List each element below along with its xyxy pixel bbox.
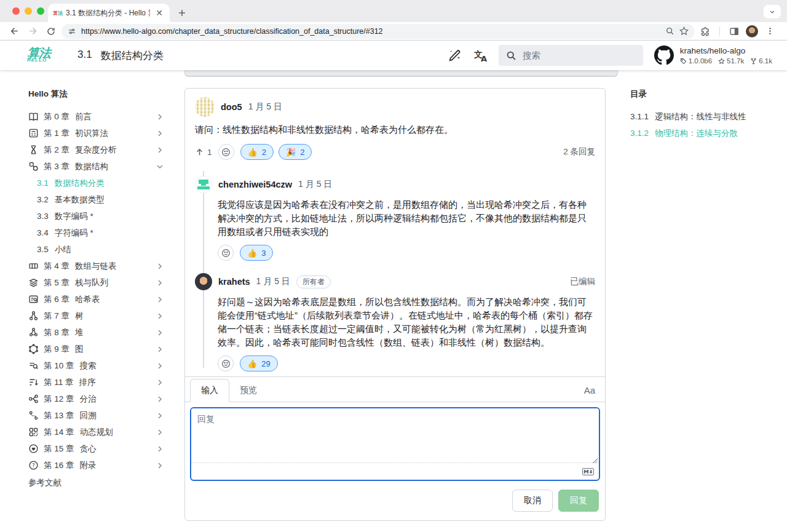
sidebar-item-3-4[interactable]: 3.4字符编码 * xyxy=(28,224,184,241)
comment-author[interactable]: chenzhiwei54czw xyxy=(218,180,292,189)
extensions-icon[interactable] xyxy=(697,23,713,39)
sidebar-item-chapter-2[interactable]: 第 2 章复杂度分析 xyxy=(28,141,184,158)
chevron-right-icon[interactable] xyxy=(156,429,164,436)
sidebar-item-chapter-4[interactable]: 第 4 章数组与链表 xyxy=(28,258,184,274)
add-reaction-button[interactable] xyxy=(218,245,234,261)
reaction-pill[interactable]: 👍29 xyxy=(240,355,278,371)
chevron-right-icon[interactable] xyxy=(156,130,164,137)
chevron-right-icon[interactable] xyxy=(156,362,164,370)
sidebar-item-chapter-15[interactable]: 第 15 章贪心 xyxy=(28,440,184,457)
sidebar-item-chapter-7[interactable]: 第 7 章树 xyxy=(28,308,184,324)
sidebar-item-chapter-14[interactable]: 第 14 章动态规划 xyxy=(28,424,184,440)
smiley-icon xyxy=(221,359,231,368)
chevron-right-icon[interactable] xyxy=(156,346,164,353)
comment-date[interactable]: 1 月 5 日 xyxy=(256,276,290,287)
chevron-right-icon[interactable] xyxy=(156,462,164,469)
address-bar[interactable]: https://www.hello-algo.com/chapter_data_… xyxy=(61,24,695,39)
reload-button[interactable] xyxy=(43,23,59,39)
sidebar-item-3-5[interactable]: 3.5小结 xyxy=(28,241,184,258)
url-text[interactable]: https://www.hello-algo.com/chapter_data_… xyxy=(81,27,660,36)
sidebar-item-chapter-8[interactable]: 第 8 章堆 xyxy=(28,324,184,341)
add-reaction-button[interactable] xyxy=(218,144,234,160)
avatar[interactable] xyxy=(195,97,215,117)
window-close-button[interactable] xyxy=(12,7,20,15)
window-fullscreen-button[interactable] xyxy=(37,7,44,15)
reaction-pill[interactable]: 🎉2 xyxy=(279,144,312,160)
forward-button[interactable] xyxy=(25,23,41,39)
sidebar-root-title[interactable]: Hello 算法 xyxy=(28,89,184,100)
avatar[interactable] xyxy=(195,273,212,290)
markdown-icon[interactable] xyxy=(582,468,594,475)
reaction-pill[interactable]: 👍2 xyxy=(240,144,274,160)
sidebar-item-chapter-11[interactable]: 第 11 章排序 xyxy=(28,374,184,391)
tab-preview[interactable]: 预览 xyxy=(229,379,267,402)
side-panel-icon[interactable] xyxy=(726,23,742,39)
toc-item-3-1-1[interactable]: 3.1.1逻辑结构：线性与非线性 xyxy=(630,108,787,125)
tab-search-button[interactable] xyxy=(764,5,781,18)
sidebar-item-chapter-13[interactable]: 第 13 章回溯 xyxy=(28,407,184,424)
comment-date[interactable]: 1 月 5 日 xyxy=(248,101,282,113)
sidebar-item-chapter-6[interactable]: 第 6 章哈希表 xyxy=(28,291,184,308)
text-format-hint[interactable]: Aa xyxy=(584,385,595,395)
chevron-right-icon[interactable] xyxy=(156,263,164,270)
chevron-right-icon[interactable] xyxy=(156,312,164,320)
reaction-pill[interactable]: 👍3 xyxy=(240,245,273,261)
reply-submit-button[interactable]: 回复 xyxy=(558,490,599,512)
svg-text:A: A xyxy=(481,54,488,62)
site-settings-icon[interactable] xyxy=(68,27,76,36)
chevron-right-icon[interactable] xyxy=(156,329,164,336)
section-title: 字符编码 * xyxy=(55,228,93,239)
window-minimize-button[interactable] xyxy=(25,7,32,15)
browser-menu-icon[interactable] xyxy=(762,23,778,39)
github-repo-link[interactable]: krahets/hello-algo 1.0.0b6 51.7k 6.1k xyxy=(654,46,772,65)
chevron-right-icon[interactable] xyxy=(156,296,164,303)
tab-write[interactable]: 输入 xyxy=(190,379,229,402)
chevron-right-icon[interactable] xyxy=(156,412,164,419)
sidebar-item-3-3[interactable]: 3.3数字编码 * xyxy=(28,208,184,224)
chevron-right-icon[interactable] xyxy=(156,279,164,287)
sidebar-item-chapter-10[interactable]: 第 10 章搜索 xyxy=(28,357,184,374)
sidebar-item-3-1[interactable]: 3.1数据结构分类 xyxy=(28,175,184,191)
toc-item-3-1-2[interactable]: 3.1.2物理结构：连续与分散 xyxy=(630,125,787,141)
sidebar-item-references[interactable]: 参考文献 xyxy=(28,474,184,491)
search-box[interactable] xyxy=(499,45,643,66)
sidebar-item-chapter-1[interactable]: 第 1 章初识算法 xyxy=(28,125,184,141)
chevron-right-icon[interactable] xyxy=(156,379,164,386)
bookmark-star-icon[interactable] xyxy=(679,26,689,36)
profile-avatar[interactable] xyxy=(746,25,758,38)
heap-icon xyxy=(28,327,39,338)
browser-tab[interactable]: 算法 3.1 数据结构分类 - Hello 算法 ✕ xyxy=(48,4,170,22)
add-reaction-button[interactable] xyxy=(218,355,234,371)
chevron-right-icon[interactable] xyxy=(156,146,164,154)
sidebar-item-chapter-5[interactable]: 第 5 章栈与队列 xyxy=(28,274,184,291)
sidebar-item-chapter-9[interactable]: 第 9 章图 xyxy=(28,341,184,357)
tab-close-icon[interactable]: ✕ xyxy=(154,8,165,18)
toc-title: 目录 xyxy=(630,89,787,100)
chevron-down-icon[interactable] xyxy=(156,163,164,170)
zoom-indicator-icon[interactable] xyxy=(665,26,674,36)
chevron-right-icon[interactable] xyxy=(156,445,164,453)
sidebar-item-chapter-16[interactable]: ?第 16 章附录 xyxy=(28,457,184,474)
upvote-button[interactable]: 1 xyxy=(195,148,212,157)
theme-toggle-icon[interactable] xyxy=(448,49,462,62)
back-button[interactable] xyxy=(6,23,22,39)
chevron-right-icon[interactable] xyxy=(156,395,164,403)
cancel-button[interactable]: 取消 xyxy=(512,490,553,512)
sidebar-item-chapter-12[interactable]: 第 12 章分治 xyxy=(28,391,184,407)
new-tab-button[interactable] xyxy=(177,8,187,18)
resize-handle[interactable] xyxy=(593,458,598,463)
chevron-right-icon[interactable] xyxy=(156,113,164,121)
comment-author[interactable]: krahets xyxy=(218,277,250,287)
sidebar-item-3-2[interactable]: 3.2基本数据类型 xyxy=(28,191,184,208)
comment-date[interactable]: 1 月 5 日 xyxy=(298,179,332,190)
sidebar-item-chapter-0[interactable]: 第 0 章前言 xyxy=(28,108,184,125)
hello-algo-logo[interactable]: 算法 HELLO xyxy=(27,49,68,63)
reply-textarea[interactable] xyxy=(191,408,599,463)
avatar[interactable] xyxy=(195,176,212,193)
search-input[interactable] xyxy=(523,50,615,60)
sidebar-item-chapter-3[interactable]: 第 3 章数据结构 xyxy=(28,158,184,175)
translate-icon[interactable]: 文A xyxy=(474,49,488,62)
toc-number: 3.1.2 xyxy=(630,129,649,138)
section-title: 基本数据类型 xyxy=(55,194,105,205)
comment-author[interactable]: doo5 xyxy=(221,102,242,112)
